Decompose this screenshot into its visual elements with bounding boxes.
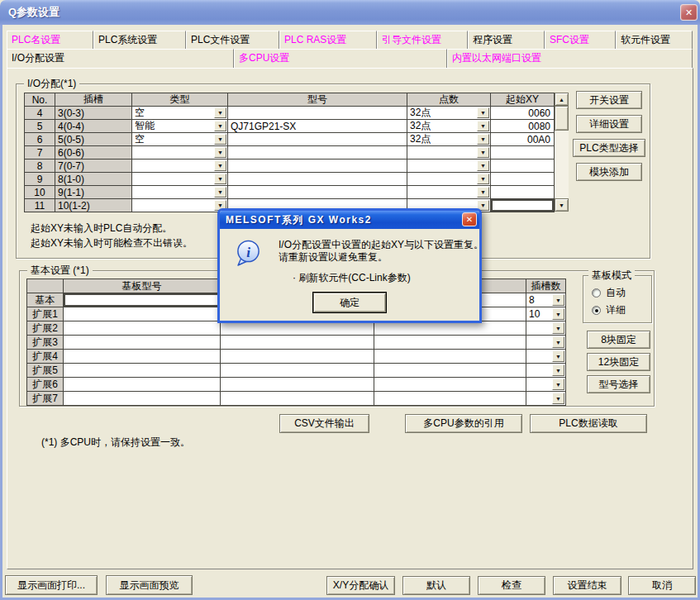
basic-cell-slots[interactable]: 8▼ (526, 293, 566, 307)
basic-cell-model[interactable] (64, 392, 221, 406)
close-icon[interactable]: ✕ (462, 212, 477, 226)
fix-12-slots-button[interactable]: 12块固定 (587, 353, 650, 371)
switch-setting-button[interactable]: 开关设置 (576, 91, 642, 109)
xy-assignment-check-button[interactable]: X/Y分配确认 (326, 576, 395, 595)
dropdown-arrow-icon[interactable]: ▼ (214, 134, 226, 145)
plc-data-read-button[interactable]: PLC数据读取 (530, 414, 647, 433)
basic-cell[interactable] (374, 364, 526, 378)
dropdown-arrow-icon[interactable]: ▼ (552, 379, 564, 390)
basic-cell-model[interactable] (64, 378, 221, 392)
basic-cell[interactable] (221, 392, 374, 406)
basic-cell[interactable] (221, 321, 374, 336)
radio-detail[interactable]: 详细 (592, 303, 626, 317)
dropdown-arrow-icon[interactable]: ▼ (214, 187, 226, 198)
tab-plc-name[interactable]: PLC名设置 (7, 31, 93, 49)
basic-cell[interactable] (374, 321, 526, 336)
io-cell-model[interactable] (228, 107, 407, 120)
scrollbar-thumb[interactable] (555, 106, 569, 131)
cancel-button[interactable]: 取消 (628, 576, 696, 595)
basic-cell-model[interactable] (64, 364, 221, 378)
add-module-button[interactable]: 模块添加 (576, 163, 642, 181)
select-model-button[interactable]: 型号选择 (587, 375, 650, 393)
tab-plc-ras[interactable]: PLC RAS设置 (279, 31, 377, 49)
io-cell-points[interactable]: ▼ (407, 160, 491, 173)
basic-cell-model-selected[interactable] (64, 293, 221, 307)
tab-plc-file[interactable]: PLC文件设置 (186, 31, 279, 49)
io-cell-model[interactable] (228, 173, 407, 186)
io-cell-model[interactable] (228, 160, 407, 173)
plc-type-select-button[interactable]: PLC类型选择 (573, 139, 645, 157)
basic-cell-model[interactable] (64, 350, 221, 364)
tab-sfc[interactable]: SFC设置 (545, 31, 616, 49)
dropdown-arrow-icon[interactable]: ▼ (214, 107, 226, 118)
close-icon[interactable]: ✕ (680, 4, 698, 21)
dropdown-arrow-icon[interactable]: ▼ (214, 147, 226, 158)
default-button[interactable]: 默认 (402, 576, 470, 595)
tab-plc-system[interactable]: PLC系统设置 (93, 31, 186, 49)
basic-cell-slots[interactable]: ▼ (526, 321, 566, 336)
fix-8-slots-button[interactable]: 8块固定 (587, 331, 650, 349)
multicpu-param-reference-button[interactable]: 多CPU参数的引用 (405, 414, 522, 433)
io-cell-type[interactable]: 空▼ (132, 107, 228, 120)
basic-cell-slots[interactable]: ▼ (526, 336, 566, 350)
dropdown-arrow-icon[interactable]: ▼ (552, 322, 564, 334)
io-cell-points[interactable]: ▼ (407, 186, 491, 199)
io-cell-model[interactable] (228, 133, 407, 146)
io-cell-points[interactable]: 32点▼ (407, 107, 491, 120)
ok-button[interactable]: 确定 (313, 293, 386, 312)
radio-auto[interactable]: 自动 (592, 286, 626, 300)
basic-cell-model[interactable] (64, 307, 221, 321)
io-cell-points[interactable]: 32点▼ (407, 133, 491, 146)
tab-io-assignment[interactable]: I/O分配设置 (7, 49, 234, 68)
basic-cell-model[interactable] (64, 321, 221, 336)
basic-cell[interactable] (221, 378, 374, 392)
io-cell-type[interactable]: 空▼ (132, 133, 228, 146)
basic-cell-slots[interactable]: ▼ (526, 350, 566, 364)
scroll-up-icon[interactable]: ▲ (555, 93, 569, 106)
dropdown-arrow-icon[interactable]: ▼ (552, 336, 564, 348)
io-cell-model[interactable]: QJ71GP21-SX (228, 120, 407, 133)
dropdown-arrow-icon[interactable]: ▼ (214, 174, 226, 184)
dropdown-arrow-icon[interactable]: ▼ (477, 121, 489, 131)
dropdown-arrow-icon[interactable]: ▼ (477, 147, 489, 158)
io-cell-type[interactable]: 智能▼ (132, 120, 228, 133)
basic-cell[interactable] (374, 336, 526, 350)
io-cell-points[interactable]: ▼ (407, 173, 491, 186)
basic-cell[interactable] (374, 350, 526, 364)
dropdown-arrow-icon[interactable]: ▼ (214, 160, 226, 171)
io-cell-type[interactable]: ▼ (132, 186, 228, 199)
io-cell-type[interactable]: ▼ (132, 173, 228, 186)
io-cell-points[interactable]: 32点▼ (407, 120, 491, 133)
basic-cell[interactable] (221, 364, 374, 378)
print-screen-button[interactable]: 显示画面打印... (5, 575, 98, 595)
scroll-down-icon[interactable]: ▼ (555, 198, 569, 212)
basic-cell[interactable] (221, 350, 374, 364)
io-cell-xy-selected[interactable] (491, 199, 555, 212)
setting-end-button[interactable]: 设置结束 (553, 576, 621, 595)
radio-button-icon[interactable] (592, 306, 601, 315)
io-cell-model[interactable] (228, 186, 407, 199)
radio-button-icon[interactable] (592, 288, 601, 298)
dropdown-arrow-icon[interactable]: ▼ (477, 174, 489, 184)
dropdown-arrow-icon[interactable]: ▼ (552, 364, 564, 376)
detail-setting-button[interactable]: 详细设置 (576, 115, 642, 133)
io-cell-model[interactable] (228, 146, 407, 160)
io-cell-type[interactable]: ▼ (132, 199, 228, 212)
check-button[interactable]: 检查 (478, 576, 545, 595)
preview-screen-button[interactable]: 显示画面预览 (106, 575, 193, 595)
dropdown-arrow-icon[interactable]: ▼ (552, 350, 564, 362)
io-cell-points[interactable]: ▼ (407, 146, 491, 160)
csv-export-button[interactable]: CSV文件输出 (279, 414, 369, 433)
basic-cell[interactable] (221, 336, 374, 350)
io-cell-xy[interactable]: 0080 (491, 120, 555, 133)
dropdown-arrow-icon[interactable]: ▼ (552, 308, 564, 320)
tab-multi-cpu[interactable]: 多CPU设置 (234, 49, 447, 68)
tab-boot-file[interactable]: 引导文件设置 (377, 31, 468, 49)
dropdown-arrow-icon[interactable]: ▼ (552, 393, 564, 404)
basic-cell-slots[interactable]: ▼ (526, 392, 566, 406)
io-cell-xy[interactable] (491, 173, 555, 186)
io-table-scrollbar[interactable]: ▲ ▼ (555, 93, 569, 212)
tab-device[interactable]: 软元件设置 (616, 31, 693, 49)
dropdown-arrow-icon[interactable]: ▼ (477, 107, 489, 118)
io-cell-xy[interactable]: 00A0 (491, 133, 555, 146)
